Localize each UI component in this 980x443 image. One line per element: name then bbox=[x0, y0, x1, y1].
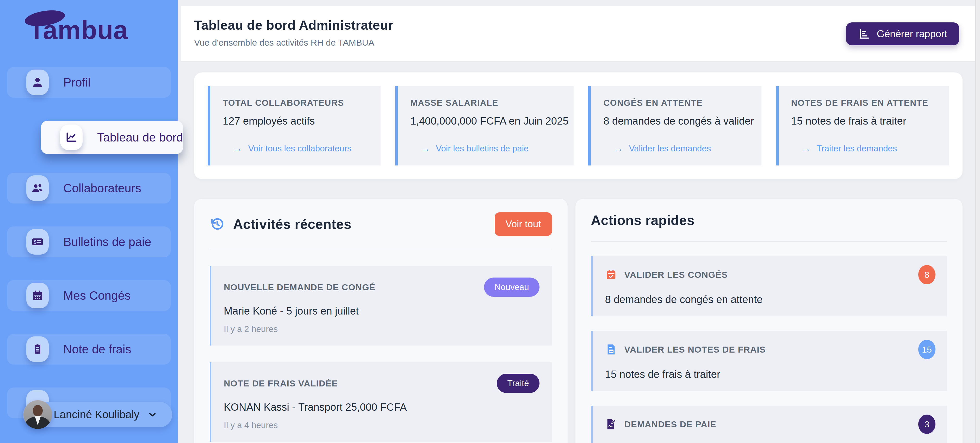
stat-card-notes-de-frais: NOTES DE FRAIS EN ATTENTE 15 notes de fr… bbox=[776, 86, 949, 166]
chart-bar-icon bbox=[858, 28, 870, 40]
receipt-icon bbox=[26, 336, 49, 362]
quick-actions-title: Actions rapides bbox=[591, 212, 695, 228]
history-icon bbox=[210, 217, 225, 232]
stat-value: 127 employés actifs bbox=[223, 115, 375, 127]
stat-link-traiter-demandes[interactable]: → Traiter les demandes bbox=[791, 143, 944, 154]
calendar-check-icon bbox=[605, 269, 617, 280]
arrow-right-icon: → bbox=[421, 143, 430, 154]
stat-value: 1,400,000,000 FCFA en Juin 2025 bbox=[410, 115, 568, 127]
sidebar-item-mes-conges[interactable]: Mes Congés bbox=[7, 280, 171, 311]
count-badge: 3 bbox=[918, 414, 935, 434]
divider bbox=[591, 241, 947, 242]
action-label: DEMANDES DE PAIE bbox=[624, 419, 717, 429]
count-badge: 15 bbox=[918, 340, 935, 359]
action-label: VALIDER LES NOTES DE FRAIS bbox=[624, 344, 766, 355]
stat-card-conges-en-attente: CONGÉS EN ATTENTE 8 demandes de congés à… bbox=[588, 86, 761, 166]
stat-link-label: Traiter les demandes bbox=[817, 143, 897, 153]
page-header: Tableau de bord Administrateur Vue d'ens… bbox=[181, 6, 980, 62]
view-all-button[interactable]: Voir tout bbox=[495, 212, 552, 236]
quick-actions-header: Actions rapides bbox=[591, 212, 947, 228]
action-valider-notes-frais[interactable]: VALIDER LES NOTES DE FRAIS 15 15 notes d… bbox=[591, 331, 947, 391]
action-label: VALIDER LES CONGÉS bbox=[624, 270, 728, 280]
recent-activities-title: Activités récentes bbox=[233, 216, 352, 232]
count-badge: 8 bbox=[918, 265, 935, 284]
activity-item-demande-conge: NOUVELLE DEMANDE DE CONGÉ Nouveau Marie … bbox=[210, 266, 552, 346]
main-area: Tableau de bord Administrateur Vue d'ens… bbox=[178, 0, 980, 443]
stat-link-voir-bulletins[interactable]: → Voir les bulletins de paie bbox=[410, 143, 568, 154]
stats-panel: TOTAL COLLABORATEURS 127 employés actifs… bbox=[194, 72, 963, 179]
generate-report-button[interactable]: Générer rapport bbox=[846, 22, 959, 45]
activity-label: NOUVELLE DEMANDE DE CONGÉ bbox=[224, 282, 375, 292]
stat-label: CONGÉS EN ATTENTE bbox=[603, 98, 756, 108]
calendar-icon bbox=[26, 283, 49, 308]
users-icon bbox=[26, 175, 49, 201]
arrow-right-icon: → bbox=[802, 143, 811, 154]
stat-link-voir-collaborateurs[interactable]: → Voir tous les collaborateurs bbox=[223, 143, 375, 154]
content: TOTAL COLLABORATEURS 127 employés actifs… bbox=[178, 62, 980, 443]
sidebar-item-collaborateurs[interactable]: Collaborateurs bbox=[7, 173, 171, 204]
status-badge-traite: Traité bbox=[497, 374, 539, 393]
activity-time: Il y a 4 heures bbox=[224, 420, 539, 430]
stat-card-total-collaborateurs: TOTAL COLLABORATEURS 127 employés actifs… bbox=[208, 86, 380, 166]
stat-label: NOTES DE FRAIS EN ATTENTE bbox=[791, 98, 944, 108]
sidebar-item-note-de-frais[interactable]: Note de frais bbox=[7, 334, 171, 365]
app-logo: Tambua bbox=[29, 15, 128, 45]
stat-card-masse-salariale: MASSE SALARIALE 1,400,000,000 FCFA en Ju… bbox=[395, 86, 574, 166]
activity-text: KONAN Kassi - Transport 25,000 FCFA bbox=[224, 401, 539, 413]
stat-link-label: Voir les bulletins de paie bbox=[436, 143, 528, 153]
activity-time: Il y a 2 heures bbox=[224, 324, 539, 334]
action-text: 8 demandes de congés en attente bbox=[605, 294, 935, 305]
stat-label: MASSE SALARIALE bbox=[410, 98, 568, 108]
activity-item-note-frais-validee: NOTE DE FRAIS VALIDÉE Traité KONAN Kassi… bbox=[210, 362, 552, 442]
action-valider-conges[interactable]: VALIDER LES CONGÉS 8 8 demandes de congé… bbox=[591, 256, 947, 316]
activity-label: NOTE DE FRAIS VALIDÉE bbox=[224, 378, 338, 389]
sidebar-nav: Profil Tableau de bord Collaborateurs $ … bbox=[0, 67, 178, 418]
sidebar-item-label: Mes Congés bbox=[63, 288, 130, 303]
sidebar-item-label: Profil bbox=[63, 75, 91, 89]
stat-value: 15 notes de frais à traiter bbox=[791, 115, 944, 127]
stat-link-label: Voir tous les collaborateurs bbox=[248, 143, 352, 153]
avatar[interactable] bbox=[24, 400, 52, 429]
sidebar-item-label: Tableau de bord bbox=[97, 130, 183, 144]
action-text: 15 notes de frais à traiter bbox=[605, 368, 935, 380]
sidebar-item-label: Collaborateurs bbox=[63, 181, 141, 195]
vertical-scrollbar[interactable] bbox=[975, 0, 980, 443]
stat-link-label: Valider les demandes bbox=[629, 143, 711, 153]
recent-activities-card: Activités récentes Voir tout NOUVELLE DE… bbox=[194, 199, 568, 443]
status-badge-nouveau: Nouveau bbox=[484, 277, 539, 297]
two-column-row: Activités récentes Voir tout NOUVELLE DE… bbox=[194, 199, 963, 443]
arrow-right-icon: → bbox=[614, 143, 623, 154]
generate-report-label: Générer rapport bbox=[877, 29, 947, 40]
sidebar-item-profil[interactable]: Profil bbox=[7, 67, 171, 98]
action-demandes-de-paie[interactable]: DEMANDES DE PAIE 3 Traiter les demandes … bbox=[591, 406, 947, 443]
quick-actions-card: Actions rapides VALIDER LES CONGÉS 8 8 d… bbox=[576, 199, 963, 443]
arrow-right-icon: → bbox=[233, 143, 242, 154]
recent-activities-header: Activités récentes Voir tout bbox=[210, 212, 552, 236]
stat-label: TOTAL COLLABORATEURS bbox=[223, 98, 375, 108]
sidebar-item-tableau-de-bord[interactable]: Tableau de bord bbox=[41, 121, 183, 154]
money-check-icon: $ bbox=[26, 229, 49, 255]
sidebar: Tambua Profil Tableau de bord Collaborat… bbox=[0, 0, 178, 443]
sidebar-item-label: Bulletins de paie bbox=[63, 235, 151, 249]
user-name: Lanciné Koulibaly bbox=[54, 408, 139, 421]
chevron-down-icon bbox=[147, 410, 158, 420]
stat-link-valider-demandes[interactable]: → Valider les demandes bbox=[603, 143, 756, 154]
file-signature-icon bbox=[605, 418, 617, 430]
file-invoice-icon bbox=[605, 343, 617, 355]
chart-line-icon bbox=[60, 124, 83, 150]
sidebar-item-bulletins-de-paie[interactable]: $ Bulletins de paie bbox=[7, 226, 171, 257]
user-icon bbox=[26, 70, 49, 95]
svg-text:$: $ bbox=[34, 239, 37, 245]
activity-text: Marie Koné - 5 jours en juillet bbox=[224, 305, 539, 317]
divider bbox=[210, 249, 552, 249]
sidebar-item-label: Note de frais bbox=[63, 342, 131, 356]
stat-value: 8 demandes de congés à valider bbox=[603, 115, 756, 127]
